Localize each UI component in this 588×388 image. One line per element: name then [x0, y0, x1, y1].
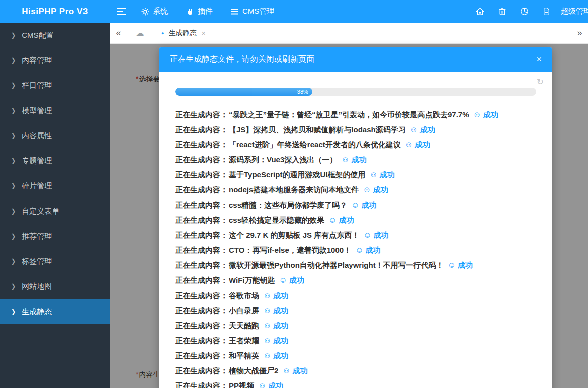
docs-button[interactable]	[539, 4, 554, 19]
tab-label: 生成静态	[168, 29, 196, 38]
app-logo[interactable]: HisiPHP Pro V3	[0, 0, 110, 23]
chevron-right-icon: ❯	[11, 208, 16, 215]
home-tab[interactable]: ☁	[127, 23, 153, 43]
smiley-icon: ☺	[351, 201, 359, 209]
item-prefix: 正在生成内容：	[175, 201, 228, 210]
sidebar-item[interactable]: ❯ 模型管理	[0, 98, 110, 123]
item-prefix: 正在生成内容：	[175, 336, 228, 346]
top-nav-label: 插件	[198, 7, 213, 16]
item-title: WiFi万能钥匙	[229, 276, 275, 285]
list-item: 正在生成内容： 和平精英 ☺ 成功	[175, 348, 536, 363]
status-text: 成功	[483, 110, 498, 120]
chevron-right-icon: ❯	[11, 258, 16, 265]
item-prefix: 正在生成内容：	[175, 351, 228, 361]
sidebar-item[interactable]: ❯ 专题管理	[0, 148, 110, 173]
tabs-scroll-left-button[interactable]: «	[110, 23, 127, 43]
status-text: 成功	[365, 246, 380, 255]
item-title: 天天酷跑	[229, 321, 259, 331]
sidebar-item[interactable]: ❯ 网站地图	[0, 274, 110, 299]
chevron-right-icon: ❯	[11, 107, 16, 114]
item-title: 基于TypeScript的通用游戏UI框架的使用	[229, 170, 365, 180]
status-text: 成功	[273, 321, 288, 331]
item-prefix: 正在生成内容：	[175, 140, 228, 150]
chevron-right-icon: ❯	[11, 182, 16, 189]
generate-list: 正在生成内容： “暴跌之王”量子链：曾经“放卫星”引轰动，如今币价较最高点跌去9…	[175, 107, 536, 388]
sidebar-item[interactable]: ❯ 生成静态	[0, 299, 110, 324]
list-item: 正在生成内容： “暴跌之王”量子链：曾经“放卫星”引轰动，如今币价较最高点跌去9…	[175, 107, 536, 122]
chevron-right-icon: ❯	[11, 32, 16, 39]
tab-close-icon[interactable]: ×	[201, 29, 205, 37]
status-text: 成功	[415, 140, 430, 150]
chevron-right-icon: ❯	[11, 308, 16, 315]
list-item: 正在生成内容： 小白录屏 ☺ 成功	[175, 303, 536, 318]
sidebar-item[interactable]: ❯ 栏目管理	[0, 73, 110, 98]
sidebar-item[interactable]: ❯ 碎片管理	[0, 173, 110, 199]
status-text: 成功	[373, 185, 388, 195]
item-title: CTO：再写if-else，逮着罚款1000！	[229, 246, 351, 255]
sidebar-item-label: 生成静态	[22, 307, 52, 317]
sidebar-item[interactable]: ❯ CMS配置	[0, 23, 110, 48]
item-prefix: 正在生成内容：	[175, 261, 228, 270]
pie-chart-icon	[520, 7, 529, 16]
item-title: 小白录屏	[229, 306, 259, 316]
status-badge: ☺ 成功	[263, 306, 288, 316]
sidebar-item[interactable]: ❯ 自定义表单	[0, 199, 110, 224]
smiley-icon: ☺	[279, 276, 287, 284]
list-item: 正在生成内容： 微软开源最强Python自动化神器Playwright！不用写一…	[175, 258, 536, 273]
smiley-icon: ☺	[448, 261, 456, 269]
status-badge: ☺ 成功	[263, 336, 288, 346]
status-badge: ☺ 成功	[263, 351, 288, 361]
status-badge: ☺ 成功	[351, 201, 376, 210]
chevron-right-icon: ❯	[11, 132, 16, 139]
document-icon	[542, 7, 551, 16]
status-badge: ☺ 成功	[363, 185, 388, 195]
top-nav-label: CMS管理	[242, 7, 274, 16]
smiley-icon: ☺	[369, 171, 377, 179]
tabs-scroll-right-button[interactable]: »	[571, 23, 588, 43]
status-badge: ☺ 成功	[263, 321, 288, 331]
status-badge: ☺ 成功	[473, 110, 498, 120]
list-item: 正在生成内容： css精髓：这些布局你都学废了吗？ ☺ 成功	[175, 198, 536, 213]
collapse-sidebar-button[interactable]	[110, 0, 132, 23]
refresh-icon: ↻	[537, 77, 544, 87]
close-icon[interactable]: ×	[536, 54, 542, 65]
sidebar-item[interactable]: ❯ 标签管理	[0, 249, 110, 274]
top-nav-item-system[interactable]: 系统	[132, 0, 177, 23]
smiley-icon: ☺	[263, 322, 271, 330]
sidebar-item[interactable]: ❯ 内容管理	[0, 48, 110, 73]
status-badge: ☺ 成功	[448, 261, 473, 270]
item-prefix: 正在生成内容：	[175, 125, 228, 135]
top-nav-item-cms[interactable]: CMS管理	[222, 0, 283, 23]
modal-header: 正在生成静态文件，请勿关闭或刷新页面 ×	[159, 47, 552, 72]
chevron-right-icon: ❯	[11, 57, 16, 64]
smiley-icon: ☺	[363, 186, 371, 194]
list-item: 正在生成内容： css轻松搞定显示隐藏的效果 ☺ 成功	[175, 213, 536, 228]
home-button[interactable]	[472, 4, 487, 19]
top-nav-item-plugin[interactable]: 插件	[177, 0, 222, 23]
item-title: 植物大战僵尸2	[229, 366, 278, 376]
item-title: 这个 29.7 K 的剪贴板 JS 库有点东西！	[229, 231, 359, 240]
chevron-right-icon: ❯	[11, 283, 16, 290]
clear-cache-button[interactable]	[517, 4, 532, 19]
tab-active[interactable]: ● 生成静态 ×	[153, 23, 214, 43]
chevron-right-icon: ❯	[11, 82, 16, 89]
clear-trash-button[interactable]	[494, 4, 510, 19]
sidebar-menu: ❯ CMS配置 ❯ 内容管理 ❯ 栏目管理 ❯ 模型管理 ❯ 内容属性 ❯ 专题…	[0, 23, 110, 324]
item-prefix: 正在生成内容：	[175, 155, 228, 165]
list-item: 正在生成内容： 基于TypeScript的通用游戏UI框架的使用 ☺ 成功	[175, 167, 536, 182]
status-text: 成功	[273, 291, 288, 301]
modal-title: 正在生成静态文件，请勿关闭或刷新页面	[170, 54, 314, 65]
item-title: 谷歌市场	[229, 291, 259, 301]
item-prefix: 正在生成内容：	[175, 231, 228, 240]
list-item: 正在生成内容： nodejs搭建本地服务器来访问本地文件 ☺ 成功	[175, 182, 536, 198]
status-text: 成功	[289, 276, 304, 285]
sidebar-item[interactable]: ❯ 推荐管理	[0, 224, 110, 249]
list-item: 正在生成内容： 【JS】深拷贝、浅拷贝和赋值解析与lodash源码学习 ☺ 成功	[175, 122, 536, 137]
sidebar-item[interactable]: ❯ 内容属性	[0, 123, 110, 148]
user-menu[interactable]: 超级管理员	[561, 7, 588, 16]
status-text: 成功	[273, 336, 288, 346]
top-header: HisiPHP Pro V3 系统	[0, 0, 588, 23]
smiley-icon: ☺	[405, 141, 413, 149]
item-title: css轻松搞定显示隐藏的效果	[229, 216, 324, 225]
item-title: “暴跌之王”量子链：曾经“放卫星”引轰动，如今币价较最高点跌去97.7%	[229, 110, 469, 120]
